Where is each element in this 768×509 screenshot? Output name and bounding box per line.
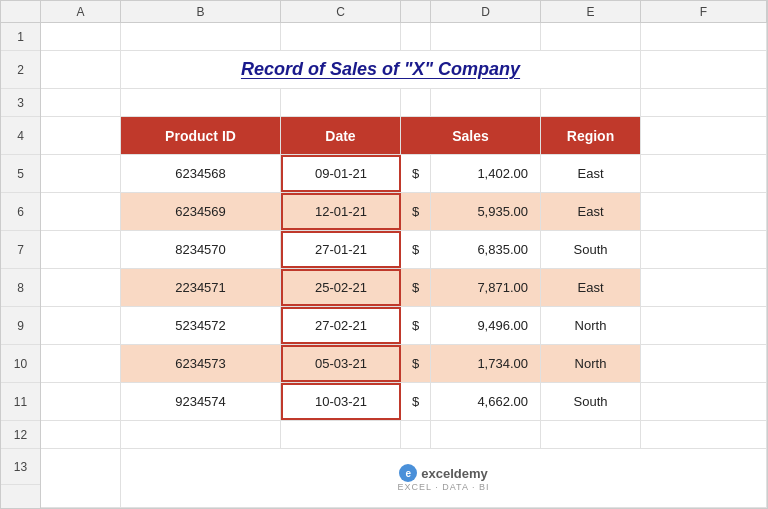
- grid-row-1: [41, 23, 767, 51]
- row-num-4: 4: [1, 117, 40, 155]
- cell-a7: [41, 231, 121, 268]
- cell-product-id-6: 6234569: [121, 193, 281, 230]
- cell-a3: [41, 89, 121, 116]
- cell-b3: [121, 89, 281, 116]
- row-num-9: 9: [1, 307, 40, 345]
- cell-region-10: North: [541, 345, 641, 382]
- cell-f2: [641, 51, 767, 88]
- cell-amount-11: 4,662.00: [431, 383, 541, 420]
- grid-row-10: 6234573 05-03-21 $ 1,734.00 North: [41, 345, 767, 383]
- row-num-6: 6: [1, 193, 40, 231]
- cell-f3: [641, 89, 767, 116]
- row-num-12: 12: [1, 421, 40, 449]
- grid-row-2: Record of Sales of "X" Company: [41, 51, 767, 89]
- grid-row-13: e exceldemy EXCEL · DATA · BI: [41, 449, 767, 508]
- cell-c1: [281, 23, 401, 50]
- cell-a6: [41, 193, 121, 230]
- cell-e3: [541, 89, 641, 116]
- grid-row-7: 8234570 27-01-21 $ 6,835.00 South: [41, 231, 767, 269]
- cell-f10: [641, 345, 767, 382]
- spreadsheet-title: Record of Sales of "X" Company: [121, 51, 641, 88]
- cell-c12: [281, 421, 401, 448]
- row-num-5: 5: [1, 155, 40, 193]
- cell-f11: [641, 383, 767, 420]
- cell-watermark: e exceldemy EXCEL · DATA · BI: [121, 449, 767, 507]
- cell-currency-10: $: [401, 345, 431, 382]
- row-num-2: 2: [1, 51, 40, 89]
- cell-a10: [41, 345, 121, 382]
- cell-f8: [641, 269, 767, 306]
- cell-d12: [431, 421, 541, 448]
- cell-a11: [41, 383, 121, 420]
- row-numbers: 1 2 3 4 5 6 7 8 9 10 11 12 13: [1, 23, 41, 508]
- header-date: Date: [281, 117, 401, 154]
- grid-row-4: Product ID Date Sales Region: [41, 117, 767, 155]
- cell-currency-11: $: [401, 383, 431, 420]
- watermark-tagline: EXCEL · DATA · BI: [398, 482, 490, 492]
- cell-curr12: [401, 421, 431, 448]
- watermark-container: e exceldemy EXCEL · DATA · BI: [398, 464, 490, 492]
- cell-a2: [41, 51, 121, 88]
- cell-a5: [41, 155, 121, 192]
- cell-region-9: North: [541, 307, 641, 344]
- cell-b1: [121, 23, 281, 50]
- row-num-3: 3: [1, 89, 40, 117]
- grid-row-6: 6234569 12-01-21 $ 5,935.00 East: [41, 193, 767, 231]
- cell-date-5: 09-01-21: [281, 155, 401, 192]
- col-header-b: B: [121, 1, 281, 22]
- spreadsheet: A B C D E F 1 2 3 4 5 6 7 8 9 10 11 12 1…: [0, 0, 768, 509]
- cell-currency-7: $: [401, 231, 431, 268]
- cell-amount-8: 7,871.00: [431, 269, 541, 306]
- cell-amount-9: 9,496.00: [431, 307, 541, 344]
- cell-region-11: South: [541, 383, 641, 420]
- cell-product-id-11: 9234574: [121, 383, 281, 420]
- cell-currency-8: $: [401, 269, 431, 306]
- cell-currency-9: $: [401, 307, 431, 344]
- cell-d1: [431, 23, 541, 50]
- grid-row-3: [41, 89, 767, 117]
- column-headers: A B C D E F: [1, 1, 767, 23]
- cell-a4: [41, 117, 121, 154]
- cell-c3: [281, 89, 401, 116]
- cell-curr3: [401, 89, 431, 116]
- cell-currency-6: $: [401, 193, 431, 230]
- col-header-e: E: [541, 1, 641, 22]
- cell-f5: [641, 155, 767, 192]
- cell-region-5: East: [541, 155, 641, 192]
- cell-region-8: East: [541, 269, 641, 306]
- header-region: Region: [541, 117, 641, 154]
- cell-amount-7: 6,835.00: [431, 231, 541, 268]
- grid-row-12: [41, 421, 767, 449]
- cell-f9: [641, 307, 767, 344]
- cell-region-6: East: [541, 193, 641, 230]
- exceldemy-icon: e: [399, 464, 417, 482]
- cell-region-7: South: [541, 231, 641, 268]
- cell-date-9: 27-02-21: [281, 307, 401, 344]
- cell-f1: [641, 23, 767, 50]
- cell-f7: [641, 231, 767, 268]
- cell-date-7: 27-01-21: [281, 231, 401, 268]
- cell-a9: [41, 307, 121, 344]
- cell-a13: [41, 449, 121, 507]
- cell-date-8: 25-02-21: [281, 269, 401, 306]
- col-header-d-curr: [401, 1, 431, 22]
- col-header-f: F: [641, 1, 767, 22]
- corner-cell: [1, 1, 41, 22]
- cell-f12: [641, 421, 767, 448]
- grid-row-5: 6234568 09-01-21 $ 1,402.00 East: [41, 155, 767, 193]
- cell-product-id-10: 6234573: [121, 345, 281, 382]
- cell-a1: [41, 23, 121, 50]
- cell-date-10: 05-03-21: [281, 345, 401, 382]
- sheet-body: 1 2 3 4 5 6 7 8 9 10 11 12 13: [1, 23, 767, 508]
- cell-date-11: 10-03-21: [281, 383, 401, 420]
- cell-amount-5: 1,402.00: [431, 155, 541, 192]
- watermark-name: exceldemy: [421, 466, 488, 481]
- cell-amount-6: 5,935.00: [431, 193, 541, 230]
- row-num-7: 7: [1, 231, 40, 269]
- cell-currency-5: $: [401, 155, 431, 192]
- grid-row-9: 5234572 27-02-21 $ 9,496.00 North: [41, 307, 767, 345]
- header-product-id: Product ID: [121, 117, 281, 154]
- cell-product-id-9: 5234572: [121, 307, 281, 344]
- header-sales: Sales: [401, 117, 541, 154]
- cell-a8: [41, 269, 121, 306]
